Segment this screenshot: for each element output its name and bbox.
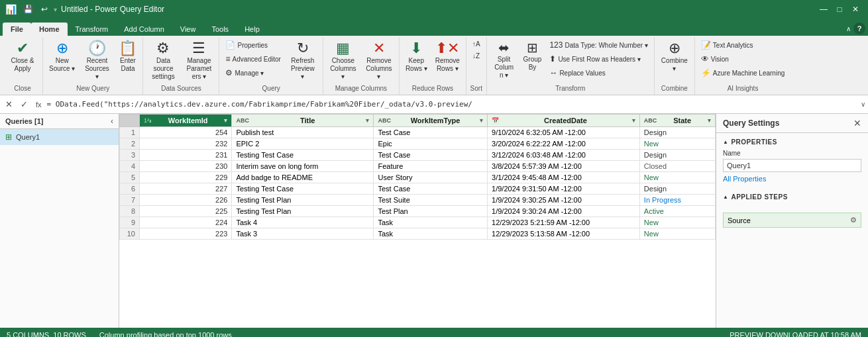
applied-steps-list: Source ⚙	[716, 210, 868, 232]
col-header-num	[120, 115, 140, 127]
table-row: 8 225 Testing Test Plan Test Plan 1/9/20…	[120, 206, 716, 217]
col-header-title[interactable]: ABC Title ▾	[232, 115, 374, 127]
ribbon-group-new-query: ⊕ NewSource ▾ 🕐 RecentSources ▾ 📋 EnterD…	[43, 37, 143, 95]
advanced-editor-btn[interactable]: ≡ Advanced Editor	[222, 52, 284, 66]
tab-view[interactable]: View	[172, 23, 204, 36]
manage-btn[interactable]: ⚙ Manage ▾	[222, 66, 284, 79]
combine-btn[interactable]: ⊕ Combine ▾	[657, 38, 692, 75]
undo-btn[interactable]: ↩	[37, 2, 52, 17]
manage-columns-group-label: Manage Columns	[326, 83, 396, 93]
ribbon-collapse-btn[interactable]: ∧	[846, 25, 851, 32]
cell-workitemtype: Test Plan	[374, 206, 488, 217]
col-type-state: ABC	[644, 117, 657, 124]
recent-sources-icon: 🕐	[88, 41, 106, 56]
use-first-row-icon: ⬆	[549, 54, 556, 64]
step-source[interactable]: Source ⚙	[723, 213, 861, 228]
col-header-workitemid[interactable]: 1²₃ WorkItemId ▾	[140, 115, 232, 127]
properties-btn[interactable]: 📄 Properties	[222, 38, 284, 52]
query-name-input[interactable]	[723, 159, 861, 172]
data-type-btn[interactable]: 123 Data Type: Whole Number ▾	[546, 38, 651, 52]
ribbon-group-combine: ⊕ Combine ▾ Combine	[655, 37, 695, 95]
new-source-btn[interactable]: ⊕ NewSource ▾	[46, 38, 78, 75]
title-bar: 📊 💾 ↩ ▾ Untitled - Power Query Editor — …	[0, 0, 868, 19]
recent-sources-btn[interactable]: 🕐 RecentSources ▾	[80, 38, 114, 83]
close-apply-btn[interactable]: ✔ Close & Apply	[5, 38, 40, 75]
query-settings-close-btn[interactable]: ✕	[853, 118, 861, 128]
split-column-icon: ⬌	[498, 41, 510, 54]
group-by-btn[interactable]: ⊞ GroupBy	[520, 38, 545, 74]
formula-accept-btn[interactable]: ✓	[18, 98, 30, 111]
replace-values-btn[interactable]: ↔ Replace Values	[546, 66, 651, 79]
sort-desc-btn[interactable]: ↓Z	[469, 50, 484, 62]
cell-workitemid: 226	[140, 195, 232, 206]
col-filter-workitemtype[interactable]: ▾	[480, 117, 483, 124]
manage-parameters-btn[interactable]: ☰ ManageParameters ▾	[182, 38, 216, 83]
col-filter-workitemid[interactable]: ▾	[224, 117, 227, 124]
col-filter-title[interactable]: ▾	[366, 117, 369, 124]
vision-btn[interactable]: 👁 Vision	[698, 52, 788, 66]
help-btn[interactable]: ?	[853, 23, 865, 34]
col-header-state[interactable]: ABC State ▾	[639, 115, 715, 127]
tab-tools[interactable]: Tools	[203, 23, 237, 36]
split-column-btn[interactable]: ⬌ SplitColumn ▾	[490, 38, 519, 82]
cell-createddate: 1/9/2024 9:30:25 AM -12:00	[488, 195, 640, 206]
new-source-icon: ⊕	[56, 41, 68, 56]
query-settings-header: Query Settings ✕	[716, 114, 868, 133]
table-row: 3 231 Testing Test Case Test Case 3/12/2…	[120, 150, 716, 161]
ribbon-group-data-sources: ⚙ Data sourcesettings ☰ ManageParameters…	[143, 37, 219, 95]
azure-ml-label: Azure Machine Learning	[713, 70, 785, 77]
use-first-row-btn[interactable]: ⬆ Use First Row as Headers ▾	[546, 52, 651, 66]
sort-asc-btn[interactable]: ↑A	[469, 38, 484, 50]
queries-collapse-btn[interactable]: ‹	[111, 117, 113, 126]
query-item-query1[interactable]: ⊞ Query1	[0, 129, 119, 145]
col-header-createddate[interactable]: 📅 CreatedDate ▾	[488, 115, 640, 127]
data-source-settings-btn[interactable]: ⚙ Data sourcesettings	[146, 38, 180, 83]
close-btn[interactable]: ✕	[848, 2, 863, 17]
choose-columns-btn[interactable]: ▦ ChooseColumns ▾	[326, 38, 360, 83]
formula-cancel-btn[interactable]: ✕	[3, 98, 15, 111]
minimize-btn[interactable]: —	[816, 2, 831, 17]
formula-expand-btn[interactable]: ∨	[861, 101, 865, 108]
col-filter-state[interactable]: ▾	[708, 117, 711, 124]
query-settings-title: Query Settings	[723, 119, 779, 128]
text-analytics-btn[interactable]: 📝 Text Analytics	[698, 38, 788, 52]
vision-icon: 👁	[701, 54, 709, 64]
azure-ml-btn[interactable]: ⚡ Azure Machine Learning	[698, 66, 788, 79]
quick-access: 💾 ↩ ▾	[21, 2, 57, 17]
tab-add-column[interactable]: Add Column	[116, 23, 172, 36]
cell-workitemtype: Test Case	[374, 183, 488, 195]
enter-data-btn[interactable]: 📋 EnterData	[115, 38, 140, 75]
status-profiling: Column profiling based on top 1000 rows	[99, 331, 232, 337]
col-header-workitemtype[interactable]: ABC WorkItemType ▾	[374, 115, 488, 127]
data-grid[interactable]: 1²₃ WorkItemId ▾ ABC Title ▾	[119, 114, 716, 328]
tab-home[interactable]: Home	[31, 23, 68, 36]
keep-rows-btn[interactable]: ⬇ KeepRows ▾	[402, 38, 431, 75]
tab-transform[interactable]: Transform	[68, 23, 117, 36]
cell-state: New	[639, 228, 715, 240]
remove-rows-btn[interactable]: ⬆✕ RemoveRows ▾	[432, 38, 463, 75]
text-analytics-label: Text Analytics	[713, 42, 753, 49]
maximize-btn[interactable]: □	[832, 2, 847, 17]
cell-workitemid: 230	[140, 161, 232, 172]
cell-workitemtype: User Story	[374, 172, 488, 183]
all-properties-link[interactable]: All Properties	[723, 175, 861, 183]
col-filter-createddate[interactable]: ▾	[632, 117, 635, 124]
step-source-gear-icon[interactable]: ⚙	[850, 216, 857, 224]
ribbon-group-manage-columns: ▦ ChooseColumns ▾ ✕ RemoveColumns ▾ Mana…	[323, 37, 400, 95]
remove-columns-btn[interactable]: ✕ RemoveColumns ▾	[362, 38, 396, 83]
formula-bar: ✕ ✓ fx ∨	[0, 95, 868, 114]
manage-label: Manage ▾	[235, 70, 264, 77]
close-apply-label: Close & Apply	[9, 57, 36, 73]
cell-rownum: 5	[120, 172, 140, 183]
save-btn[interactable]: 💾	[21, 2, 35, 17]
fx-label: fx	[33, 101, 44, 109]
tab-help[interactable]: Help	[237, 23, 268, 36]
refresh-preview-btn[interactable]: ↻ RefreshPreview ▾	[286, 38, 320, 83]
cell-rownum: 8	[120, 206, 140, 217]
table-row: 1 254 Publish test Test Case 9/10/2024 6…	[120, 127, 716, 138]
formula-input[interactable]	[47, 100, 858, 109]
cell-createddate: 12/29/2023 5:13:58 AM -12:00	[488, 228, 640, 240]
cell-title: Testing Test Case	[232, 150, 374, 161]
tab-file[interactable]: File	[3, 23, 31, 36]
col-name-workitemid: WorkItemId	[168, 117, 208, 124]
